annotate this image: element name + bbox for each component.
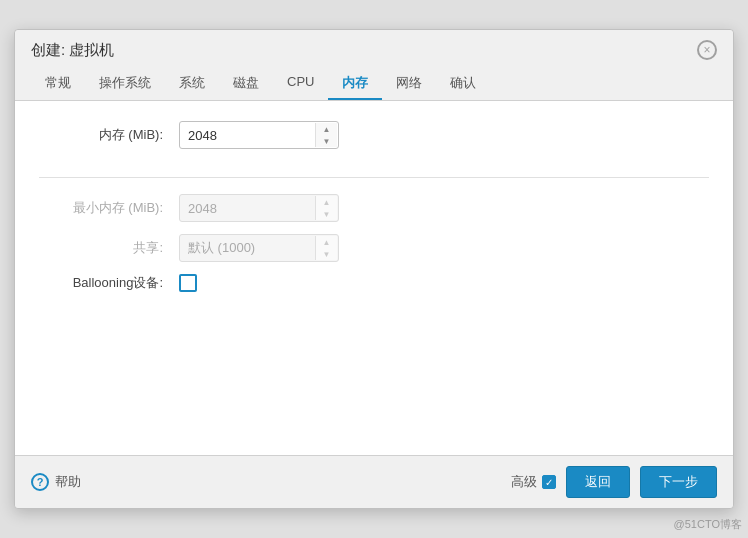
watermark: @51CTO博客: [674, 517, 742, 532]
min-memory-up-arrow: ▲: [316, 196, 337, 208]
ballooning-label: Ballooning设备:: [39, 274, 179, 292]
share-label: 共享:: [39, 239, 179, 257]
back-button[interactable]: 返回: [566, 466, 630, 498]
help-label: 帮助: [55, 473, 81, 491]
share-spinners: ▲ ▼: [315, 236, 337, 260]
dialog-title: 创建: 虚拟机: [31, 41, 114, 60]
share-up-arrow: ▲: [316, 236, 337, 248]
advanced-check: 高级 ✓: [511, 473, 556, 491]
memory-down-arrow[interactable]: ▼: [316, 135, 337, 147]
dialog-footer: ? 帮助 高级 ✓ 返回 下一步: [15, 455, 733, 508]
dialog-body: 内存 (MiB): ▲ ▼ 最小内存 (MiB): ▲ ▼: [15, 101, 733, 455]
tab-confirm[interactable]: 确认: [436, 68, 490, 100]
share-row: 共享: ▲ ▼: [39, 234, 709, 262]
memory-label: 内存 (MiB):: [39, 126, 179, 144]
create-vm-dialog: 创建: 虚拟机 × 常规 操作系统 系统 磁盘 CPU 内存 网络 确认 内存 …: [14, 29, 734, 509]
memory-up-arrow[interactable]: ▲: [316, 123, 337, 135]
memory-input-wrap: ▲ ▼: [179, 121, 339, 149]
close-button[interactable]: ×: [697, 40, 717, 60]
share-input-wrap: ▲ ▼: [179, 234, 339, 262]
ballooning-row: Ballooning设备:: [39, 274, 709, 292]
ballooning-checkbox-wrap: [179, 274, 197, 292]
tab-general[interactable]: 常规: [31, 68, 85, 100]
min-memory-input-wrap: ▲ ▼: [179, 194, 339, 222]
min-memory-label: 最小内存 (MiB):: [39, 199, 179, 217]
dialog-header: 创建: 虚拟机 × 常规 操作系统 系统 磁盘 CPU 内存 网络 确认: [15, 30, 733, 101]
tab-system[interactable]: 系统: [165, 68, 219, 100]
advanced-label: 高级: [511, 473, 537, 491]
title-row: 创建: 虚拟机 ×: [31, 40, 717, 60]
tab-os[interactable]: 操作系统: [85, 68, 165, 100]
tab-cpu[interactable]: CPU: [273, 68, 328, 100]
footer-left: ? 帮助: [31, 473, 81, 491]
help-icon[interactable]: ?: [31, 473, 49, 491]
memory-row: 内存 (MiB): ▲ ▼: [39, 121, 709, 149]
tab-network[interactable]: 网络: [382, 68, 436, 100]
advanced-checkbox[interactable]: ✓: [542, 475, 556, 489]
memory-spinners: ▲ ▼: [315, 123, 337, 147]
min-memory-spinners: ▲ ▼: [315, 196, 337, 220]
memory-section: 内存 (MiB): ▲ ▼: [39, 121, 709, 178]
min-memory-down-arrow: ▼: [316, 208, 337, 220]
footer-right: 高级 ✓ 返回 下一步: [511, 466, 717, 498]
next-button[interactable]: 下一步: [640, 466, 717, 498]
tab-memory[interactable]: 内存: [328, 68, 382, 100]
tab-disk[interactable]: 磁盘: [219, 68, 273, 100]
min-memory-row: 最小内存 (MiB): ▲ ▼: [39, 194, 709, 222]
share-down-arrow: ▼: [316, 248, 337, 260]
ballooning-checkbox[interactable]: [179, 274, 197, 292]
tabs-row: 常规 操作系统 系统 磁盘 CPU 内存 网络 确认: [31, 68, 717, 100]
